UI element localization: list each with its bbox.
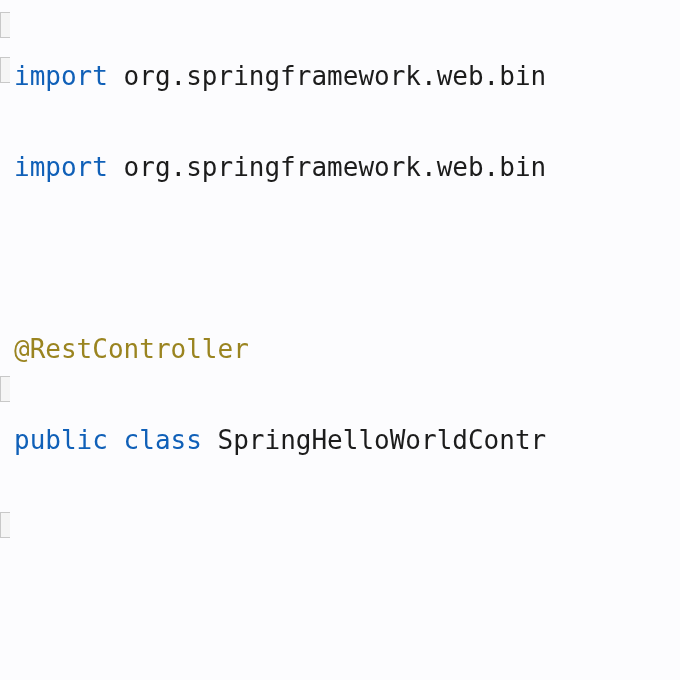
gutter-marker[interactable] [0,376,10,402]
annotation: @RestController [14,334,249,364]
gutter-marker[interactable] [0,57,10,83]
class-name: SpringHelloWorldContr [218,425,547,455]
code-line [14,236,680,282]
package-path: org.springframework.web.bin [108,152,546,182]
keyword: public [14,425,108,455]
code-line: public class SpringHelloWorldContr [14,418,680,464]
code-line [14,509,680,555]
gutter-marker[interactable] [0,512,10,538]
gutter-marker[interactable] [0,12,10,38]
editor-gutter [0,0,12,680]
keyword: class [124,425,202,455]
code-line: @RestController [14,327,680,373]
code-line: import org.springframework.web.bin [14,54,680,100]
keyword: import [14,61,108,91]
code-editor[interactable]: import org.springframework.web.bin impor… [0,8,680,680]
code-line: import org.springframework.web.bin [14,145,680,191]
code-line [14,600,680,646]
keyword: import [14,152,108,182]
package-path: org.springframework.web.bin [108,61,546,91]
